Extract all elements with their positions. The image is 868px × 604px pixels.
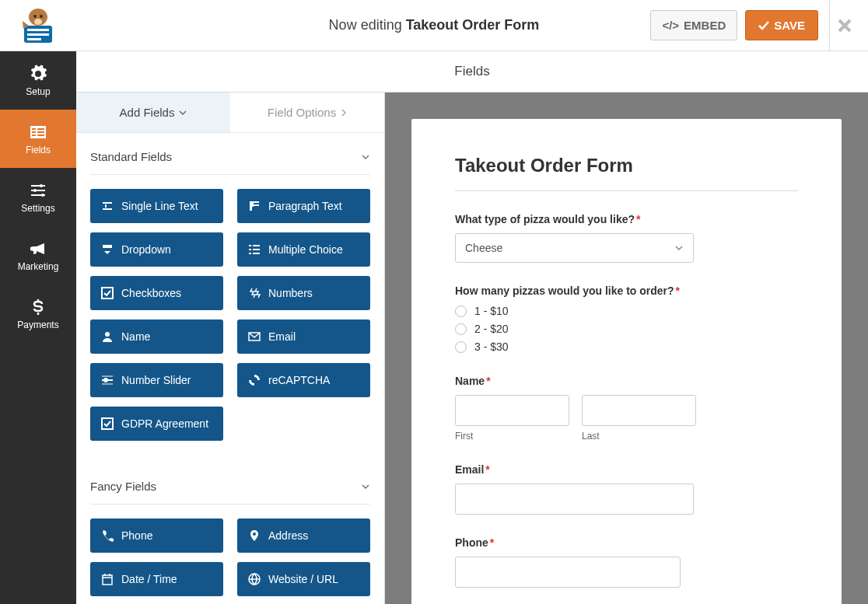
form-canvas[interactable]: Takeout Order Form What type of pizza wo…	[411, 119, 842, 604]
nav-fields-label: Fields	[26, 145, 51, 155]
fancy-fields-header[interactable]: Fancy Fields	[90, 463, 370, 504]
left-nav: Setup Fields Settings Marketing Payments	[0, 51, 76, 604]
svg-rect-10	[32, 131, 36, 133]
svg-rect-19	[253, 245, 260, 246]
tab-add-fields[interactable]: Add Fields	[76, 93, 230, 132]
preview-field-pizza-count[interactable]: How many pizzas would you like to order?…	[455, 285, 798, 353]
svg-point-16	[33, 189, 37, 192]
checkboxes-icon	[101, 287, 114, 299]
radio-label: 3 - $30	[474, 340, 509, 353]
number-slider-icon	[101, 374, 114, 386]
chevron-right-icon	[341, 109, 347, 117]
first-name-input[interactable]	[455, 395, 569, 426]
svg-rect-12	[37, 128, 44, 130]
svg-rect-23	[253, 253, 260, 254]
q1-label: What type of pizza would you like?	[455, 213, 635, 225]
field-type-date-time[interactable]: Date / Time	[90, 562, 223, 596]
phone-input[interactable]	[455, 557, 681, 588]
field-type-phone[interactable]: Phone	[90, 518, 223, 553]
field-type-single-line-text[interactable]: Single Line Text	[90, 189, 223, 223]
radio-option[interactable]: 3 - $30	[455, 340, 798, 353]
preview-field-pizza-type[interactable]: What type of pizza would you like?* Chee…	[455, 213, 798, 263]
close-icon	[838, 19, 852, 33]
svg-rect-11	[32, 134, 36, 136]
name-label: Name	[455, 375, 485, 387]
preview-field-phone[interactable]: Phone*	[455, 536, 798, 588]
radio-icon	[455, 341, 467, 353]
nav-payments-label: Payments	[17, 319, 58, 330]
radio-option[interactable]: 2 - $20	[455, 323, 798, 335]
chevron-down-icon	[361, 482, 370, 491]
field-type-gdpr-agreement[interactable]: GDPR Agreement	[90, 407, 223, 441]
tab-field-options[interactable]: Field Options	[230, 93, 384, 132]
preview-field-name[interactable]: Name* First Last	[455, 375, 798, 442]
check-icon	[758, 20, 769, 31]
nav-setup-label: Setup	[26, 86, 50, 97]
nav-setup[interactable]: Setup	[0, 51, 76, 110]
phone-label: Phone	[455, 536, 488, 549]
preview-area: Takeout Order Form What type of pizza wo…	[385, 93, 868, 604]
field-label: Multiple Choice	[268, 243, 343, 256]
nav-fields[interactable]: Fields	[0, 110, 76, 168]
field-type-checkboxes[interactable]: Checkboxes	[90, 276, 223, 310]
radio-label: 2 - $20	[474, 323, 509, 335]
field-type-number-slider[interactable]: Number Slider	[90, 363, 223, 397]
radio-icon	[455, 323, 467, 335]
save-button[interactable]: SAVE	[745, 10, 818, 40]
embed-button[interactable]: </> EMBED	[650, 10, 737, 40]
code-icon: </>	[662, 19, 679, 32]
field-label: Dropdown	[121, 243, 171, 256]
field-label: Address	[268, 529, 308, 542]
field-type-website-url[interactable]: Website / URL	[237, 562, 370, 596]
field-label: Single Line Text	[121, 200, 198, 212]
svg-rect-21	[253, 249, 260, 250]
field-label: Numbers	[268, 287, 313, 299]
topbar: Now editing Takeout Order Form </> EMBED…	[0, 0, 868, 51]
numbers-icon	[248, 287, 261, 299]
field-type-multiple-choice[interactable]: Multiple Choice	[237, 232, 370, 267]
field-label: reCAPTCHA	[268, 374, 330, 386]
dropdown-input[interactable]: Cheese	[455, 233, 694, 263]
field-type-paragraph-text[interactable]: Paragraph Text	[237, 189, 370, 223]
nav-payments[interactable]: Payments	[0, 285, 76, 343]
nav-marketing[interactable]: Marketing	[0, 226, 76, 285]
svg-point-17	[41, 194, 44, 197]
tab-add-label: Add Fields	[120, 106, 175, 119]
single-line-text-icon	[101, 200, 114, 212]
required-indicator: *	[490, 536, 494, 549]
nav-marketing-label: Marketing	[18, 261, 59, 272]
dropdown-value: Cheese	[465, 242, 502, 254]
field-label: Email	[268, 330, 296, 343]
close-button[interactable]	[829, 0, 859, 51]
nav-settings-label: Settings	[21, 203, 54, 214]
email-label: Email	[455, 463, 484, 476]
paragraph-text-icon	[248, 200, 261, 212]
field-type-dropdown[interactable]: Dropdown	[90, 232, 223, 267]
app-logo	[0, 0, 76, 51]
svg-rect-9	[32, 128, 36, 130]
svg-point-15	[40, 184, 43, 187]
svg-rect-14	[37, 134, 44, 136]
preview-field-email[interactable]: Email*	[455, 463, 798, 515]
date-time-icon	[101, 573, 114, 585]
required-indicator: *	[485, 463, 489, 476]
nav-settings[interactable]: Settings	[0, 168, 76, 226]
field-label: Date / Time	[121, 573, 177, 585]
editing-label: Now editing Takeout Order Form	[329, 17, 540, 33]
field-label: Paragraph Text	[268, 200, 342, 212]
svg-rect-24	[102, 288, 113, 299]
field-type-address[interactable]: Address	[237, 518, 370, 553]
field-type-email[interactable]: Email	[237, 319, 370, 354]
standard-fields-header[interactable]: Standard Fields	[90, 133, 370, 175]
field-type-name[interactable]: Name	[90, 319, 223, 354]
radio-icon	[455, 305, 467, 317]
field-type-recaptcha[interactable]: reCAPTCHA	[237, 363, 370, 397]
dollar-icon	[29, 298, 47, 316]
field-type-numbers[interactable]: Numbers	[237, 276, 370, 310]
field-label: Website / URL	[268, 573, 338, 585]
last-name-input[interactable]	[582, 395, 696, 426]
radio-option[interactable]: 1 - $10	[455, 305, 798, 317]
email-input[interactable]	[455, 484, 694, 515]
field-label: GDPR Agreement	[121, 417, 208, 430]
form-icon	[29, 123, 47, 141]
